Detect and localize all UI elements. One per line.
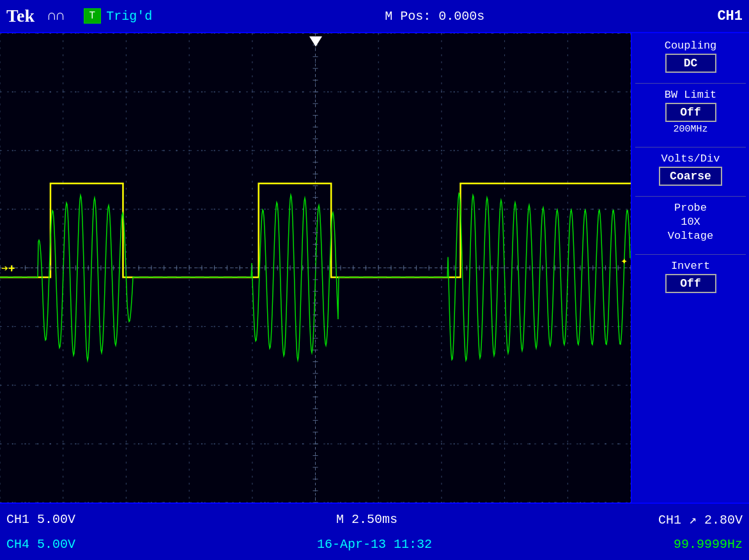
volts-div-label: Volts/Div: [638, 153, 743, 165]
divider-1: [635, 83, 746, 84]
main-content: ➔+ ✦ Coupling DC BW Limit Off 200MHz V: [0, 33, 749, 503]
ch1-header-label: CH1: [717, 8, 743, 24]
probe-type: Voltage: [638, 230, 743, 242]
brand-logo: Tek: [6, 6, 35, 26]
trigger-arrow: [309, 36, 322, 47]
trig-indicator: T: [84, 8, 102, 24]
ch1-trigger-display: CH1 ↗ 2.80V: [658, 511, 743, 527]
coupling-value[interactable]: DC: [665, 54, 716, 73]
bottom-bar: CH1 5.00V M 2.50ms CH1 ↗ 2.80V CH4 5.00V…: [0, 503, 749, 560]
ch1-level-marker: ➔+: [0, 261, 15, 275]
signal-icon: ∩∩: [47, 8, 64, 24]
invert-value[interactable]: Off: [665, 274, 716, 293]
invert-label: Invert: [638, 260, 743, 272]
ch1-star-marker: ✦: [621, 254, 628, 268]
oscilloscope: Tek ∩∩ T Trig'd M Pos: 0.000s CH1 ➔+ ✦ C…: [0, 0, 749, 560]
m-timebase-display: M 2.50ms: [336, 512, 398, 527]
probe-section: Probe 10X Voltage: [635, 199, 746, 247]
bw-limit-freq: 200MHz: [638, 124, 743, 135]
probe-label: Probe: [638, 202, 743, 214]
m-pos-display: M Pos: 0.000s: [152, 9, 717, 24]
m-pos-label: M Pos:: [385, 9, 431, 24]
probe-value: 10X: [638, 216, 743, 228]
top-bar: Tek ∩∩ T Trig'd M Pos: 0.000s CH1: [0, 0, 749, 33]
frequency-display: 99.9999Hz: [674, 537, 743, 552]
divider-4: [635, 254, 746, 255]
oscilloscope-screen: ➔+ ✦: [0, 33, 631, 503]
bw-limit-section: BW Limit Off 200MHz: [635, 86, 746, 140]
trig-status: Trig'd: [106, 9, 152, 24]
invert-section: Invert Off: [635, 257, 746, 296]
date-time-display: 16-Apr-13 11:32: [317, 537, 432, 552]
divider-3: [635, 196, 746, 197]
bw-limit-label: BW Limit: [638, 89, 743, 101]
ch4-scale-display: CH4 5.00V: [6, 537, 75, 552]
bw-limit-value[interactable]: Off: [665, 103, 716, 122]
volts-div-value[interactable]: Coarse: [659, 167, 722, 186]
ch1-scale-display: CH1 5.00V: [6, 512, 75, 527]
waveform-canvas: [0, 33, 631, 503]
coupling-label: Coupling: [638, 40, 743, 52]
right-panel: Coupling DC BW Limit Off 200MHz Volts/Di…: [631, 33, 749, 503]
coupling-section: Coupling DC: [635, 36, 746, 76]
divider-2: [635, 147, 746, 148]
bottom-row-2: CH4 5.00V 16-Apr-13 11:32 99.9999Hz: [6, 532, 743, 557]
m-pos-value: 0.000s: [438, 9, 484, 24]
volts-div-section: Volts/Div Coarse: [635, 149, 746, 189]
bottom-row-1: CH1 5.00V M 2.50ms CH1 ↗ 2.80V: [6, 507, 743, 532]
